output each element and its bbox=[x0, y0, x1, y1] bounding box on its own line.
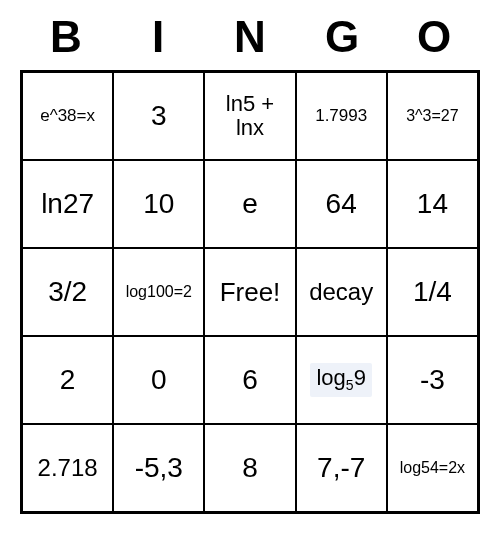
cell-g4[interactable]: log59 bbox=[296, 336, 387, 424]
cell-i5[interactable]: -5,3 bbox=[113, 424, 204, 512]
cell-o5[interactable]: log54=2x bbox=[387, 424, 478, 512]
cell-g1[interactable]: 1.7993 bbox=[296, 72, 387, 160]
bingo-card: B I N G O e^38=x 3 ln5 + lnx 1.7993 3^3=… bbox=[20, 12, 480, 514]
cell-b2[interactable]: ln27 bbox=[22, 160, 113, 248]
cell-b5[interactable]: 2.718 bbox=[22, 424, 113, 512]
header-b: B bbox=[20, 12, 112, 70]
log-suffix: 9 bbox=[354, 365, 366, 390]
cell-o1[interactable]: 3^3=27 bbox=[387, 72, 478, 160]
header-i: I bbox=[112, 12, 204, 70]
cell-b1[interactable]: e^38=x bbox=[22, 72, 113, 160]
cell-free[interactable]: Free! bbox=[204, 248, 295, 336]
bingo-header-row: B I N G O bbox=[20, 12, 480, 70]
cell-i2[interactable]: 10 bbox=[113, 160, 204, 248]
cell-n4[interactable]: 6 bbox=[204, 336, 295, 424]
cell-n1[interactable]: ln5 + lnx bbox=[204, 72, 295, 160]
cell-i4[interactable]: 0 bbox=[113, 336, 204, 424]
header-o: O bbox=[388, 12, 480, 70]
cell-g3[interactable]: decay bbox=[296, 248, 387, 336]
cell-i1[interactable]: 3 bbox=[113, 72, 204, 160]
cell-o4[interactable]: -3 bbox=[387, 336, 478, 424]
cell-b3[interactable]: 3/2 bbox=[22, 248, 113, 336]
cell-o3[interactable]: 1/4 bbox=[387, 248, 478, 336]
cell-o2[interactable]: 14 bbox=[387, 160, 478, 248]
log-formula: log59 bbox=[310, 363, 371, 397]
cell-g2[interactable]: 64 bbox=[296, 160, 387, 248]
header-n: N bbox=[204, 12, 296, 70]
cell-g5[interactable]: 7,-7 bbox=[296, 424, 387, 512]
log-subscript: 5 bbox=[346, 378, 354, 394]
header-g: G bbox=[296, 12, 388, 70]
cell-n5[interactable]: 8 bbox=[204, 424, 295, 512]
cell-i3[interactable]: log100=2 bbox=[113, 248, 204, 336]
cell-n2[interactable]: e bbox=[204, 160, 295, 248]
bingo-grid: e^38=x 3 ln5 + lnx 1.7993 3^3=27 ln27 10… bbox=[20, 70, 480, 514]
cell-b4[interactable]: 2 bbox=[22, 336, 113, 424]
log-prefix: log bbox=[316, 365, 345, 390]
